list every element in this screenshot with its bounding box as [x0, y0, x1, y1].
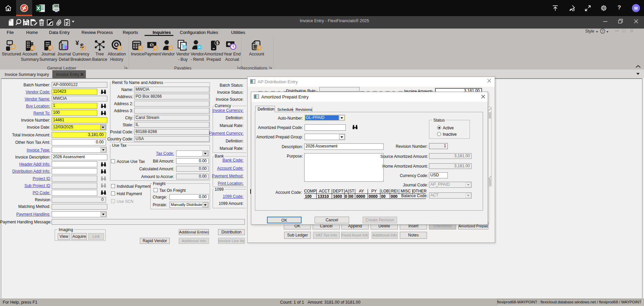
- svg-text:M: M: [634, 6, 638, 11]
- svg-text:?: ?: [602, 29, 603, 33]
- svg-text:$: $: [151, 43, 153, 48]
- svg-text:¥: ¥: [75, 39, 79, 46]
- svg-text:$: $: [216, 41, 219, 45]
